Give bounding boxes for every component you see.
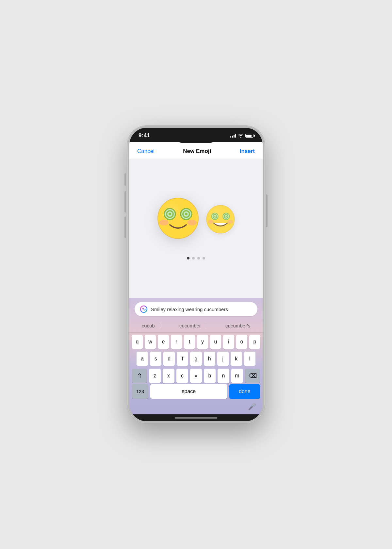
key-g[interactable]: g	[190, 352, 202, 366]
svg-point-12	[185, 213, 188, 215]
key-v[interactable]: v	[190, 369, 202, 383]
numbers-key[interactable]: 123	[132, 384, 148, 399]
power-button[interactable]	[266, 194, 268, 227]
svg-point-14	[159, 220, 169, 225]
page-dots	[187, 257, 205, 259]
battery-icon	[245, 134, 253, 138]
mic-row: 🎤	[129, 400, 263, 414]
signal-icon	[230, 134, 236, 138]
svg-point-30	[227, 220, 233, 224]
key-b[interactable]: b	[204, 369, 216, 383]
svg-point-23	[214, 215, 216, 217]
key-t[interactable]: t	[184, 335, 195, 349]
apple-intelligence-icon	[140, 305, 148, 313]
autocomplete-item-1[interactable]: cucub	[137, 322, 160, 330]
space-key[interactable]: space	[150, 384, 227, 399]
microphone-icon[interactable]: 🎤	[248, 403, 256, 410]
text-input-container: Smiley relaxing wearing cucumbers	[129, 298, 263, 320]
shift-key[interactable]: ⇧	[132, 369, 147, 383]
status-bar: 9:41	[129, 128, 263, 142]
status-time: 9:41	[139, 132, 150, 139]
svg-point-28	[225, 215, 227, 217]
dot-1[interactable]	[187, 257, 189, 259]
key-f[interactable]: f	[177, 352, 188, 366]
home-indicator	[129, 414, 263, 421]
autocomplete-bar: cucub cucumber cucumber's	[129, 320, 263, 333]
autocomplete-item-3[interactable]: cucumber's	[220, 322, 255, 330]
key-o[interactable]: o	[236, 335, 247, 349]
svg-point-29	[208, 220, 214, 224]
done-key[interactable]: done	[229, 384, 260, 399]
mute-button[interactable]	[124, 173, 126, 186]
key-d[interactable]: d	[163, 352, 175, 366]
svg-point-6	[169, 213, 171, 215]
svg-point-15	[188, 220, 197, 225]
key-p[interactable]: p	[249, 335, 260, 349]
home-bar	[175, 417, 217, 419]
wifi-icon	[238, 134, 243, 138]
key-row-3: ⇧ z x c v b n m ⌫	[132, 369, 260, 383]
insert-button[interactable]: Insert	[240, 148, 255, 155]
emoji-preview-area	[129, 158, 263, 298]
key-z[interactable]: z	[149, 369, 161, 383]
main-emoji[interactable]	[157, 197, 199, 245]
volume-up-button[interactable]	[124, 191, 126, 212]
dot-4[interactable]	[203, 257, 205, 259]
key-c[interactable]: c	[176, 369, 188, 383]
key-row-1: q w e r t y u i o p	[132, 335, 260, 349]
app-content: Cancel New Emoji Insert	[129, 142, 263, 414]
key-y[interactable]: y	[197, 335, 208, 349]
key-u[interactable]: u	[210, 335, 221, 349]
key-r[interactable]: r	[171, 335, 182, 349]
phone-screen: 9:41	[129, 128, 263, 421]
screen-content: 9:41	[129, 128, 263, 421]
keyboard-area: Smiley relaxing wearing cucumbers cucub …	[129, 298, 263, 414]
cancel-button[interactable]: Cancel	[137, 148, 155, 155]
autocomplete-item-2[interactable]: cucumber	[174, 322, 206, 330]
key-row-2: a s d f g h j k l	[132, 352, 260, 366]
dynamic-island	[176, 132, 216, 143]
secondary-emoji[interactable]	[206, 205, 235, 238]
key-w[interactable]: w	[145, 335, 156, 349]
delete-key[interactable]: ⌫	[245, 369, 260, 383]
key-a[interactable]: a	[137, 352, 148, 366]
key-l[interactable]: l	[244, 352, 255, 366]
key-i[interactable]: i	[223, 335, 234, 349]
key-k[interactable]: k	[231, 352, 242, 366]
key-x[interactable]: x	[163, 369, 174, 383]
volume-down-button[interactable]	[124, 217, 126, 238]
keyboard-rows: q w e r t y u i o p	[129, 333, 263, 384]
nav-title: New Emoji	[183, 148, 211, 155]
dot-3[interactable]	[197, 257, 200, 259]
phone-frame: 9:41	[127, 126, 265, 423]
text-input-field[interactable]: Smiley relaxing wearing cucumbers	[135, 302, 257, 316]
status-icons	[230, 134, 253, 138]
key-m[interactable]: m	[231, 369, 243, 383]
key-h[interactable]: h	[204, 352, 215, 366]
input-text: Smiley relaxing wearing cucumbers	[151, 307, 252, 312]
dot-2[interactable]	[192, 257, 195, 259]
key-j[interactable]: j	[217, 352, 229, 366]
nav-bar: Cancel New Emoji Insert	[129, 142, 263, 158]
key-bottom-row: 123 space done	[129, 384, 263, 400]
key-e[interactable]: e	[158, 335, 169, 349]
key-n[interactable]: n	[218, 369, 229, 383]
emoji-carousel	[129, 191, 263, 252]
key-q[interactable]: q	[132, 335, 143, 349]
key-s[interactable]: s	[150, 352, 161, 366]
